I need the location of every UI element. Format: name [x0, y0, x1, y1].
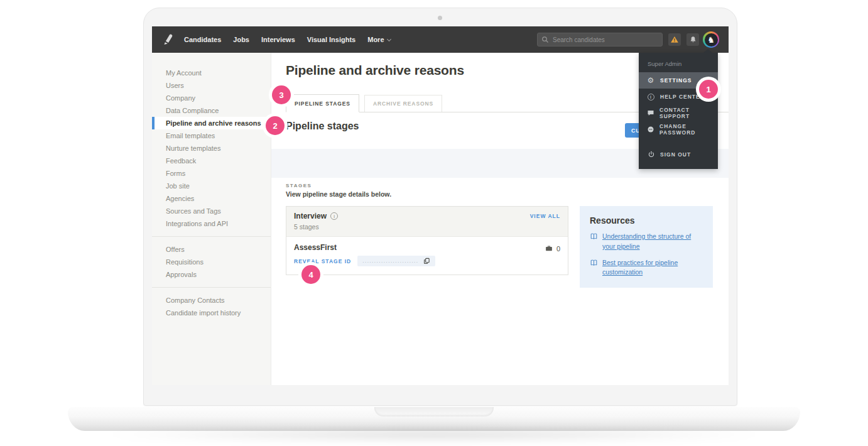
warning-icon: [670, 35, 679, 44]
alerts-button[interactable]: [668, 33, 681, 46]
sidebar-item-sources-and-tags[interactable]: Sources and Tags: [152, 205, 271, 217]
password-icon: [647, 126, 654, 133]
laptop-camera: [438, 16, 442, 20]
sidebar-item-requisitions[interactable]: Requisitions: [152, 256, 271, 268]
candidate-count-value: 0: [556, 245, 560, 253]
stage-group-header: Interview 5 stages VIEW ALL: [286, 207, 568, 237]
nav-item-candidates[interactable]: Candidates: [184, 36, 221, 43]
search-icon: [541, 36, 549, 43]
stage-row: AssessFirst REVEAL STAGE ID ............…: [286, 237, 568, 275]
stage-group-name: Interview: [294, 212, 327, 220]
info-circle-icon: [647, 94, 655, 101]
resource-link-label: Understanding the structure of your pipe…: [602, 232, 703, 252]
resource-link-label: Best practices for pipeline customizatio…: [602, 258, 703, 278]
section-heading: Pipeline stages: [286, 121, 359, 132]
annotation-badge-4: 4: [301, 265, 320, 284]
power-icon: [647, 151, 655, 158]
settings-sidebar: My Account Users Company Data Compliance…: [152, 53, 271, 385]
resources-panel: Resources Understanding the structure of…: [580, 206, 713, 288]
resources-title: Resources: [590, 215, 703, 226]
app-screen: Candidates Jobs Interviews Visual Insigh…: [152, 26, 729, 385]
sidebar-item-my-account[interactable]: My Account: [152, 67, 271, 79]
laptop-base: [68, 407, 800, 431]
sidebar-item-candidate-import-history[interactable]: Candidate import history: [152, 307, 271, 319]
notifications-button[interactable]: [686, 33, 699, 46]
sidebar-item-company-contacts[interactable]: Company Contacts: [152, 294, 271, 307]
nav-item-jobs[interactable]: Jobs: [233, 36, 249, 43]
sidebar-item-email-templates[interactable]: Email templates: [152, 129, 271, 142]
chevron-down-icon: [386, 36, 391, 41]
menu-item-label: SIGN OUT: [660, 151, 691, 158]
sidebar-item-feedback[interactable]: Feedback: [152, 155, 271, 167]
sidebar-item-company[interactable]: Company: [152, 92, 271, 104]
gear-icon: [647, 77, 655, 84]
annotation-badge-2: 2: [266, 116, 285, 135]
sidebar-item-forms[interactable]: Forms: [152, 167, 271, 180]
sidebar-item-users[interactable]: Users: [152, 79, 271, 92]
menu-item-label: SETTINGS: [660, 77, 692, 84]
search-box: [537, 33, 663, 46]
bell-icon: [689, 36, 697, 44]
sidebar-divider: [152, 287, 271, 288]
tab-archive-reasons[interactable]: ARCHIVE REASONS: [364, 95, 442, 112]
stages-hint: View pipeline stage details below.: [286, 190, 391, 198]
menu-item-change-password[interactable]: CHANGE PASSWORD: [639, 121, 718, 138]
user-avatar[interactable]: [703, 31, 719, 48]
book-icon: [590, 259, 598, 267]
account-dropdown: Super Admin SETTINGS HELP CENTER CONTACT…: [639, 53, 718, 169]
menu-item-label: HELP CENTER: [660, 94, 705, 100]
annotation-badge-1: 1: [699, 80, 718, 99]
sidebar-item-data-compliance[interactable]: Data Compliance: [152, 104, 271, 117]
annotation-badge-3: 3: [272, 85, 291, 104]
sidebar-item-integrations-and-api[interactable]: Integrations and API: [152, 217, 271, 230]
tab-pipeline-stages[interactable]: PIPELINE STAGES: [286, 94, 359, 112]
stage-group-meta: 5 stages: [294, 223, 338, 231]
menu-item-label: CONTACT SUPPORT: [659, 107, 710, 119]
stage-group-info: Interview 5 stages: [294, 212, 338, 231]
resource-link-structure[interactable]: Understanding the structure of your pipe…: [590, 232, 703, 252]
top-nav: Candidates Jobs Interviews Visual Insigh…: [152, 26, 729, 53]
menu-item-label: CHANGE PASSWORD: [659, 123, 710, 136]
candidate-count: 0: [545, 243, 560, 253]
search-input[interactable]: [537, 33, 663, 46]
masked-stage-id: ........................: [362, 259, 418, 264]
view-all-link[interactable]: VIEW ALL: [530, 212, 560, 219]
nav-item-visual-insights[interactable]: Visual Insights: [307, 36, 355, 43]
sidebar-item-job-site[interactable]: Job site: [152, 180, 271, 192]
nav-more-label: More: [367, 36, 384, 43]
briefcase-icon: [545, 244, 553, 253]
page-title: Pipeline and archive reasons: [286, 63, 464, 78]
sidebar-item-pipeline-and-archive-reasons[interactable]: Pipeline and archive reasons: [152, 117, 271, 129]
stage-details: AssessFirst REVEAL STAGE ID ............…: [294, 243, 435, 266]
menu-item-sign-out[interactable]: SIGN OUT: [639, 146, 718, 163]
chat-bubble-icon: [647, 109, 654, 117]
laptop-base-notch: [374, 407, 494, 416]
account-role-label: Super Admin: [639, 53, 718, 72]
pipeline-stage-card: Interview 5 stages VIEW ALL AssessFirst …: [286, 206, 568, 275]
reveal-stage-id-link[interactable]: REVEAL STAGE ID: [294, 258, 351, 264]
info-icon[interactable]: [330, 212, 338, 220]
nav-item-more[interactable]: More: [367, 36, 390, 43]
sidebar-divider: [152, 236, 271, 237]
nav-item-interviews[interactable]: Interviews: [261, 36, 295, 43]
sidebar-item-offers[interactable]: Offers: [152, 243, 271, 256]
book-icon: [590, 232, 598, 241]
sidebar-item-agencies[interactable]: Agencies: [152, 192, 271, 205]
lever-logo-icon[interactable]: [161, 33, 175, 46]
copy-icon[interactable]: [423, 258, 430, 264]
stage-id-pill[interactable]: ........................: [357, 256, 435, 266]
stage-name: AssessFirst: [294, 243, 435, 252]
avatar-knight-icon: [705, 33, 718, 46]
resource-link-best-practices[interactable]: Best practices for pipeline customizatio…: [590, 258, 703, 278]
menu-item-contact-support[interactable]: CONTACT SUPPORT: [639, 105, 718, 121]
sidebar-item-nurture-templates[interactable]: Nurture templates: [152, 142, 271, 155]
sidebar-item-approvals[interactable]: Approvals: [152, 268, 271, 281]
stages-label: STAGES: [286, 183, 312, 188]
